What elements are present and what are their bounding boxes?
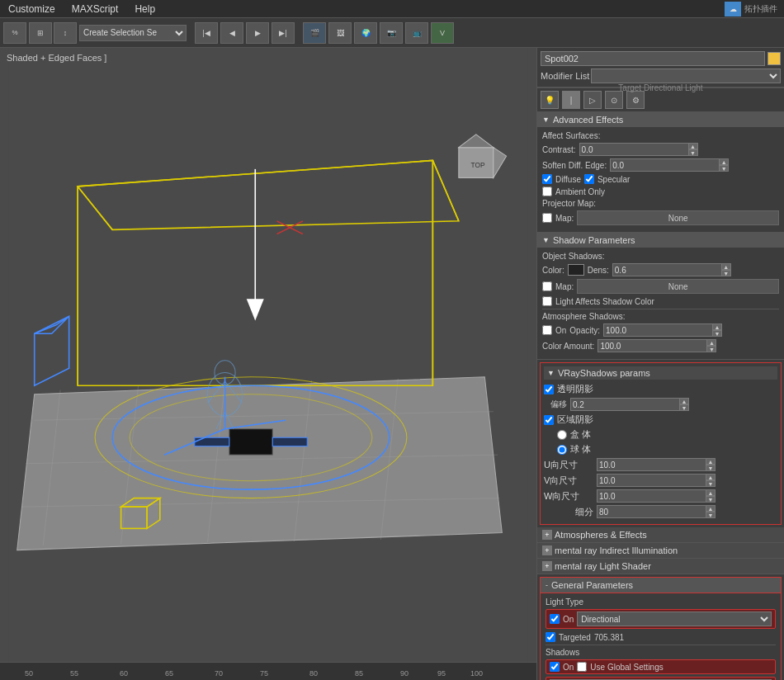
- object-name-input[interactable]: [541, 51, 765, 66]
- ruler-mark-100: 100: [470, 669, 483, 678]
- targeted-checkbox[interactable]: [545, 632, 555, 642]
- render-setup-btn[interactable]: 🎬: [303, 22, 326, 44]
- light-affects-shadow-checkbox[interactable]: [542, 296, 552, 306]
- diffuse-checkbox[interactable]: [542, 174, 552, 184]
- specular-checkbox[interactable]: [584, 174, 594, 184]
- u-size-up[interactable]: ▲: [706, 458, 716, 465]
- render-to-tex-btn[interactable]: 📷: [380, 22, 403, 44]
- mental-ray-shader-row[interactable]: + mental ray Light Shader: [537, 559, 784, 574]
- render-frame-btn[interactable]: 📺: [405, 22, 428, 44]
- light-icon-btn[interactable]: 💡: [541, 91, 559, 109]
- atm-opacity-down[interactable]: ▼: [712, 330, 722, 337]
- scene-svg: TOP: [0, 48, 536, 680]
- subdivs-up[interactable]: ▲: [706, 505, 716, 512]
- color-amount-input[interactable]: [597, 339, 706, 352]
- subdivs-input[interactable]: [597, 505, 706, 518]
- light-on-checkbox[interactable]: [550, 614, 560, 624]
- v-size-up[interactable]: ▲: [706, 474, 716, 480]
- subdivs-down[interactable]: ▼: [706, 512, 716, 518]
- bias-input[interactable]: [570, 398, 679, 411]
- viewport[interactable]: Shaded + Edged Faces ]: [0, 48, 536, 680]
- playback-next-btn[interactable]: ▶|: [272, 22, 295, 44]
- ambient-only-checkbox[interactable]: [542, 187, 552, 196]
- shadow-map-checkbox[interactable]: [542, 281, 552, 291]
- render-btn[interactable]: 🖼: [328, 22, 352, 44]
- mental-ray-indirect-row[interactable]: + mental ray Indirect Illumination: [537, 543, 784, 559]
- use-global-checkbox[interactable]: [577, 662, 587, 672]
- vray-shadows-header[interactable]: ▼ VRayShadows params: [544, 366, 777, 380]
- general-params-header[interactable]: - General Parameters: [541, 578, 781, 593]
- transparent-shadow-checkbox[interactable]: [544, 385, 554, 394]
- object-color-swatch[interactable]: [767, 52, 781, 65]
- contrast-input[interactable]: [579, 143, 688, 156]
- v-size-down[interactable]: ▼: [706, 480, 716, 487]
- menu-maxscript[interactable]: MAXScript: [64, 2, 127, 17]
- bias-down[interactable]: ▼: [679, 404, 689, 411]
- dens-spinner[interactable]: ▲ ▼: [612, 263, 731, 276]
- contrast-up[interactable]: ▲: [688, 143, 698, 149]
- dens-down[interactable]: ▼: [721, 270, 731, 276]
- area-shadow-checkbox[interactable]: [544, 415, 554, 425]
- contrast-down[interactable]: ▼: [688, 149, 698, 156]
- shadows-on-checkbox[interactable]: [550, 662, 560, 672]
- soften-diff-spinner[interactable]: ▲ ▼: [610, 158, 729, 172]
- w-size-down[interactable]: ▼: [706, 496, 716, 503]
- soften-diff-input[interactable]: [610, 158, 719, 172]
- map-checkbox[interactable]: [542, 213, 552, 223]
- u-size-spinner[interactable]: ▲ ▼: [597, 458, 716, 471]
- dens-up[interactable]: ▲: [721, 263, 731, 270]
- box-radio[interactable]: [557, 430, 567, 440]
- environment-btn[interactable]: 🌍: [354, 22, 377, 44]
- subdivs-spinner[interactable]: ▲ ▼: [597, 505, 716, 518]
- shadow-params-header[interactable]: ▼ Shadow Parameters: [537, 233, 784, 248]
- w-size-spinner[interactable]: ▲ ▼: [597, 489, 716, 503]
- contrast-spinner[interactable]: ▲ ▼: [579, 143, 698, 156]
- u-size-down[interactable]: ▼: [706, 465, 716, 471]
- atmospheres-effects-row[interactable]: + Atmospheres & Effects: [537, 527, 784, 543]
- map-btn[interactable]: None: [577, 210, 779, 225]
- snap-toggle-btn[interactable]: %: [3, 22, 26, 44]
- color-amount-up[interactable]: ▲: [706, 339, 716, 346]
- shadow-map-btn[interactable]: None: [577, 279, 779, 294]
- soften-up[interactable]: ▲: [719, 158, 729, 165]
- playback-play-btn[interactable]: ▶: [246, 22, 269, 44]
- params-icon-btn[interactable]: |: [562, 91, 580, 109]
- shadow-color-swatch[interactable]: [568, 264, 584, 276]
- light-type-dropdown[interactable]: Directional: [577, 612, 772, 626]
- playback-start-btn[interactable]: |◀: [195, 22, 218, 44]
- w-size-up[interactable]: ▲: [706, 489, 716, 496]
- color-amount-down[interactable]: ▼: [706, 346, 716, 352]
- u-size-input[interactable]: [597, 458, 706, 471]
- display-icon-btn[interactable]: ⊙: [605, 91, 623, 109]
- v-size-input[interactable]: [597, 474, 706, 487]
- atmospheres-expand-btn[interactable]: +: [542, 530, 552, 540]
- mental-ray-shader-expand-btn[interactable]: +: [542, 561, 552, 571]
- dens-input[interactable]: [612, 263, 721, 276]
- modifier-dropdown[interactable]: [591, 68, 781, 83]
- bias-up[interactable]: ▲: [679, 398, 689, 404]
- atm-opacity-up[interactable]: ▲: [712, 323, 722, 330]
- select-filter-btn[interactable]: ⊞: [29, 22, 52, 44]
- utilities-icon-btn[interactable]: ⚙: [626, 91, 645, 109]
- mental-ray-indirect-expand-btn[interactable]: +: [542, 545, 552, 555]
- playback-prev-btn[interactable]: ◀: [220, 22, 243, 44]
- menu-help[interactable]: Help: [126, 2, 163, 17]
- motion-icon-btn[interactable]: ▷: [583, 91, 602, 109]
- bias-spinner[interactable]: ▲ ▼: [570, 398, 689, 411]
- atm-opacity-spinner[interactable]: ▲ ▼: [603, 323, 722, 337]
- create-selection-dropdown[interactable]: Create Selection Se: [79, 25, 187, 41]
- menu-customize[interactable]: Customize: [0, 2, 64, 17]
- sphere-radio[interactable]: [557, 445, 567, 455]
- general-params-content: Light Type On Directional Targeted 705.3…: [541, 593, 781, 680]
- move-btn[interactable]: ↕: [54, 22, 77, 44]
- v-size-spinner[interactable]: ▲ ▼: [597, 474, 716, 487]
- area-shadow-label: 区域阴影: [557, 413, 593, 426]
- advanced-effects-header[interactable]: ▼ Advanced Effects: [537, 112, 784, 127]
- atm-opacity-input[interactable]: [603, 323, 712, 337]
- cloud-icon[interactable]: ☁: [725, 2, 741, 17]
- w-size-input[interactable]: [597, 489, 706, 503]
- vray-btn[interactable]: V: [431, 22, 454, 44]
- soften-down[interactable]: ▼: [719, 165, 729, 172]
- color-amount-spinner[interactable]: ▲ ▼: [597, 339, 716, 352]
- atm-on-checkbox[interactable]: [542, 325, 552, 335]
